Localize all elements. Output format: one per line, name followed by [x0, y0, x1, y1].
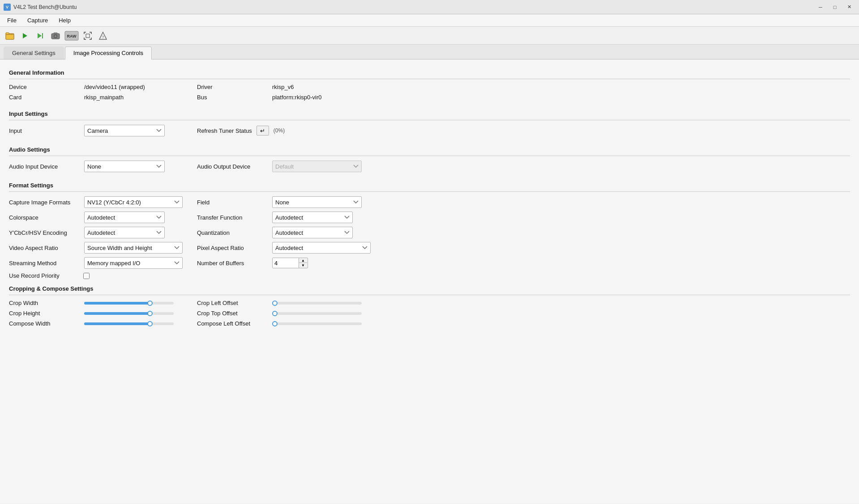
- capture-button[interactable]: [48, 29, 63, 43]
- play-button[interactable]: [18, 29, 32, 43]
- ycbcr-label: Y'CbCr/HSV Encoding: [9, 229, 81, 236]
- quantization-select[interactable]: Autodetect Limited range Full range: [272, 227, 353, 238]
- crop-height-slider[interactable]: [84, 312, 174, 315]
- crop-left-label: Crop Left Offset: [197, 300, 269, 306]
- transfer-fn-select[interactable]: Autodetect 709 sRGB: [272, 212, 353, 223]
- svg-text:?: ?: [102, 35, 104, 39]
- menu-help[interactable]: Help: [53, 15, 76, 25]
- svg-rect-5: [42, 33, 43, 38]
- minimize-button[interactable]: ─: [814, 3, 827, 12]
- main-content: General Information Device /dev/video11 …: [0, 59, 859, 504]
- audio-output-label: Audio Output Device: [197, 163, 269, 170]
- audio-input-label: Audio Input Device: [9, 163, 81, 170]
- field-select[interactable]: None Top Bottom Interlaced: [272, 196, 362, 208]
- crop-height-slider-container: [84, 312, 174, 315]
- maximize-button[interactable]: □: [829, 3, 841, 12]
- raw-button[interactable]: RAW: [64, 29, 80, 43]
- pixel-aspect-label: Pixel Aspect Ratio: [197, 245, 269, 251]
- streaming-select[interactable]: Memory mapped I/O Read/Write I/O DMA buf…: [84, 257, 183, 269]
- num-buffers-input[interactable]: [273, 258, 299, 268]
- compose-left-slider[interactable]: [272, 322, 362, 325]
- crop-left-slider-container: [272, 302, 362, 305]
- close-button[interactable]: ✕: [843, 3, 855, 12]
- toolbar: RAW ?: [0, 27, 859, 45]
- crop-top-label: Crop Top Offset: [197, 310, 269, 317]
- crop-top-slider-container: [272, 312, 362, 315]
- field-label: Field: [197, 199, 269, 206]
- compose-width-slider-container: [84, 322, 174, 325]
- streaming-label: Streaming Method: [9, 260, 81, 267]
- num-buffers-up[interactable]: ▲: [299, 258, 307, 263]
- capture-format-label: Capture Image Formats: [9, 199, 81, 206]
- driver-value: rkisp_v6: [272, 84, 294, 90]
- crop-height-label: Crop Height: [9, 310, 81, 317]
- quantization-label: Quantization: [197, 229, 269, 236]
- use-record-label: Use Record Priority: [9, 272, 81, 279]
- tab-general-settings[interactable]: General Settings: [4, 47, 64, 59]
- section-audio-settings: Audio Settings: [9, 146, 850, 153]
- input-select[interactable]: Camera Composite S-Video: [84, 125, 165, 136]
- help-button[interactable]: ?: [96, 29, 110, 43]
- svg-point-8: [55, 35, 57, 37]
- svg-marker-3: [23, 33, 27, 38]
- crop-top-slider[interactable]: [272, 312, 362, 315]
- refresh-tuner-label: Refresh Tuner Status: [197, 127, 252, 134]
- input-label: Input: [9, 127, 81, 134]
- crop-left-slider[interactable]: [272, 302, 362, 305]
- capture-format-select[interactable]: NV12 (Y/CbCr 4:2:0) YUYV 4:2:2 RGB24: [84, 196, 183, 208]
- tab-bar: General Settings Image Processing Contro…: [0, 45, 859, 59]
- compose-left-slider-container: [272, 322, 362, 325]
- svg-rect-2: [6, 33, 9, 34]
- crop-width-label: Crop Width: [9, 300, 81, 306]
- bus-value: platform:rkisp0-vir0: [272, 94, 322, 101]
- step-play-button[interactable]: [33, 29, 47, 43]
- colorspace-label: Colorspace: [9, 214, 81, 221]
- section-general-info: General Information: [9, 69, 850, 76]
- ycbcr-select[interactable]: Autodetect 601 709: [84, 227, 165, 238]
- app-icon: V: [4, 4, 11, 11]
- audio-output-select[interactable]: Default: [272, 161, 362, 172]
- num-buffers-spinbox[interactable]: ▲ ▼: [272, 258, 308, 268]
- svg-rect-12: [86, 34, 90, 38]
- tab-image-processing[interactable]: Image Processing Controls: [65, 47, 152, 59]
- transfer-fn-label: Transfer Function: [197, 214, 269, 221]
- fullscreen-button[interactable]: [81, 29, 95, 43]
- svg-text:RAW: RAW: [67, 34, 77, 38]
- audio-input-select[interactable]: None Default: [84, 161, 165, 172]
- bus-label: Bus: [197, 94, 269, 101]
- device-label: Device: [9, 84, 81, 90]
- card-label: Card: [9, 94, 81, 101]
- refresh-tuner-button[interactable]: ↵: [256, 126, 269, 136]
- svg-rect-9: [54, 33, 57, 34]
- svg-marker-4: [38, 33, 42, 38]
- menu-file[interactable]: File: [2, 15, 22, 25]
- refresh-pct: (0%): [274, 127, 285, 134]
- device-value: /dev/video11 (wrapped): [84, 84, 145, 90]
- menubar: File Capture Help: [0, 14, 859, 27]
- section-input-settings: Input Settings: [9, 110, 850, 117]
- card-value: rkisp_mainpath: [84, 94, 124, 101]
- crop-width-slider-container: [84, 302, 174, 305]
- compose-width-label: Compose Width: [9, 320, 81, 327]
- menu-capture[interactable]: Capture: [22, 15, 53, 25]
- compose-left-label: Compose Left Offset: [197, 320, 269, 327]
- window-title: V4L2 Test Bench@Ubuntu: [13, 4, 77, 10]
- pixel-aspect-select[interactable]: Autodetect Square Custom: [272, 242, 371, 254]
- section-format-settings: Format Settings: [9, 182, 850, 189]
- titlebar: V V4L2 Test Bench@Ubuntu ─ □ ✕: [0, 0, 859, 14]
- num-buffers-down[interactable]: ▼: [299, 263, 307, 268]
- open-button[interactable]: [3, 29, 17, 43]
- use-record-checkbox[interactable]: [83, 273, 90, 279]
- video-aspect-label: Video Aspect Ratio: [9, 245, 81, 251]
- colorspace-select[interactable]: Autodetect SRGB REC709: [84, 212, 165, 223]
- svg-rect-1: [6, 34, 14, 39]
- compose-width-slider[interactable]: [84, 322, 174, 325]
- crop-width-slider[interactable]: [84, 302, 174, 305]
- video-aspect-select[interactable]: Source Width and Height 4x3 16x9: [84, 242, 183, 254]
- driver-label: Driver: [197, 84, 269, 90]
- use-record-row: Use Record Priority: [9, 272, 850, 279]
- num-buffers-label: Number of Buffers: [197, 260, 269, 267]
- section-crop-compose: Cropping & Compose Settings: [9, 285, 850, 292]
